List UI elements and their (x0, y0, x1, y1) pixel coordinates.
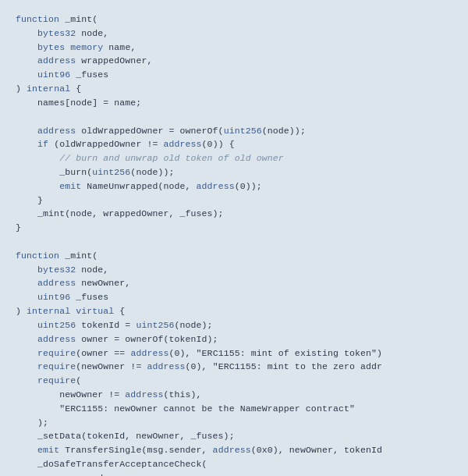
code-container: function _mint( bytes32 node, bytes memo… (0, 0, 468, 476)
code-block: function _mint( bytes32 node, bytes memo… (16, 12, 452, 476)
